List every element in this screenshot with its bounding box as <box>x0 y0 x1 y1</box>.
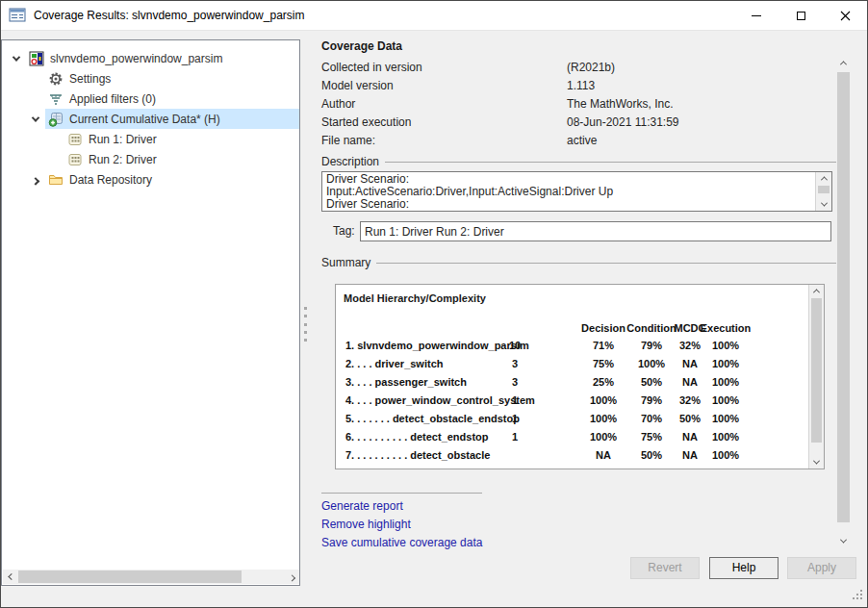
summary-cell-name: 1. slvnvdemo_powerwindow_parsim <box>345 337 529 355</box>
remove-highlight-link[interactable]: Remove highlight <box>321 518 411 531</box>
chevron-down-icon[interactable] <box>7 48 26 68</box>
summary-cell-decision: 100% <box>590 410 617 428</box>
description-text: Driver Scenario: Input:ActiveScenario:Dr… <box>326 173 812 210</box>
minimize-button[interactable] <box>734 1 779 31</box>
summary-table-row: 6. . . . . . . . . . detect_endstop1100%… <box>344 428 796 446</box>
summary-cell-complexity: 3 <box>512 373 518 392</box>
field-value: 08-Jun-2021 11:31:59 <box>567 115 679 129</box>
summary-cell-condition: 79% <box>641 337 662 355</box>
close-button[interactable] <box>823 1 867 31</box>
column-header-decision: Decision <box>581 319 625 338</box>
summary-cell-condition: 50% <box>641 373 662 392</box>
field-file-name: File name: active <box>321 134 822 149</box>
summary-cell-name: 2. . . . driver_switch <box>345 355 444 373</box>
summary-cell-mcdc: NA <box>682 355 698 373</box>
revert-button[interactable]: Revert <box>630 557 700 579</box>
field-label: Started execution <box>321 115 411 129</box>
tree-item-data-repository[interactable]: Data Repository <box>3 169 299 190</box>
scroll-down-arrow-icon[interactable] <box>836 535 851 547</box>
scrollbar-thumb[interactable] <box>837 72 850 522</box>
tree-item-applied-filters[interactable]: Applied filters (0) <box>3 89 299 109</box>
maximize-icon <box>797 12 805 20</box>
scroll-down-arrow-icon[interactable] <box>809 456 824 469</box>
tree-item-model[interactable]: slvnvdemo_powerwindow_parsim <box>3 48 299 68</box>
summary-cell-complexity: 3 <box>512 355 518 373</box>
scroll-up-arrow-icon[interactable] <box>809 285 824 297</box>
help-button[interactable]: Help <box>709 557 779 579</box>
model-icon <box>29 51 44 66</box>
summary-cell-mcdc: 50% <box>679 410 701 428</box>
apply-button[interactable]: Apply <box>787 557 856 579</box>
summary-group-header: Summary <box>321 256 838 269</box>
run-icon <box>67 152 83 167</box>
column-header-execution: Execution <box>701 319 752 338</box>
scrollbar-thumb[interactable] <box>811 298 822 443</box>
summary-cell-decision: 100% <box>590 428 617 446</box>
tag-input[interactable] <box>360 221 831 241</box>
scrollbar-thumb[interactable] <box>18 570 242 583</box>
summary-cell-decision: 71% <box>593 337 614 355</box>
save-cumulative-coverage-link[interactable]: Save cumulative coverage data <box>321 536 482 549</box>
filter-icon <box>48 91 64 107</box>
cumulative-data-icon <box>48 112 64 127</box>
actions-separator-line <box>321 493 482 494</box>
summary-cell-name: 8. . . . . . . validate_driver <box>345 465 468 469</box>
tag-label: Tag: <box>333 224 355 238</box>
app-icon <box>9 8 26 23</box>
summary-cell-mcdc: NA <box>682 446 698 465</box>
summary-cell-complexity: 1 <box>512 392 518 410</box>
summary-table: Model Hierarchy/Complexity Decision Cond… <box>335 284 825 469</box>
minimize-icon <box>752 15 761 16</box>
summary-cell-name: 5. . . . . . . detect_obstacle_endstop <box>345 410 520 428</box>
summary-cell-condition: 100% <box>638 465 665 469</box>
run-icon <box>67 132 83 147</box>
title-bar: Coverage Results: slvnvdemo_powerwindow_… <box>1 1 867 31</box>
summary-table-row: 4. . . . power_window_control_system1100… <box>344 392 796 410</box>
summary-cell-mcdc: 32% <box>679 392 701 410</box>
tree-item-label: Run 1: Driver <box>89 133 157 146</box>
panel-splitter[interactable] <box>302 307 308 342</box>
scroll-left-arrow-icon[interactable] <box>3 570 17 584</box>
scroll-up-arrow-icon[interactable] <box>836 57 851 69</box>
chevron-right-icon[interactable] <box>26 169 45 190</box>
tree-item-run-1[interactable]: Run 1: Driver <box>3 129 299 149</box>
tree-item-label: Applied filters (0) <box>69 92 156 106</box>
results-tree-panel: slvnvdemo_powerwindow_parsim Settings <box>1 39 300 586</box>
scroll-down-arrow-icon[interactable] <box>816 198 831 211</box>
summary-table-header-row: Decision Condition MCDC Execution <box>344 319 796 338</box>
field-value: The MathWorks, Inc. <box>567 97 673 111</box>
summary-table-row: 3. . . . passenger_switch325%50%NA100% <box>344 373 796 392</box>
generate-report-link[interactable]: Generate report <box>321 499 403 513</box>
coverage-data-heading: Coverage Data <box>321 39 402 53</box>
field-started-execution: Started execution 08-Jun-2021 11:31:59 <box>321 115 822 131</box>
folder-icon <box>48 172 64 188</box>
scroll-right-arrow-icon[interactable] <box>285 570 299 584</box>
chevron-down-icon[interactable] <box>26 109 45 129</box>
description-scrollbar[interactable] <box>815 172 831 211</box>
summary-cell-execution: 100% <box>712 373 739 392</box>
summary-table-row: 7. . . . . . . . . . detect_obstacleNA50… <box>344 446 796 465</box>
field-value: (R2021b) <box>567 61 615 74</box>
group-separator-line <box>376 263 838 264</box>
summary-table-scrollbar[interactable] <box>808 285 824 469</box>
scrollbar-thumb[interactable] <box>818 186 830 193</box>
description-group-header: Description <box>321 155 838 168</box>
scroll-up-arrow-icon[interactable] <box>816 172 831 185</box>
tree-item-label: Data Repository <box>69 173 152 187</box>
tree-item-run-2[interactable]: Run 2: Driver <box>3 149 299 169</box>
main-vertical-scrollbar[interactable] <box>836 57 851 547</box>
summary-cell-execution: 100% <box>712 428 739 446</box>
tree-item-settings[interactable]: Settings <box>3 68 299 89</box>
field-collected-in-version: Collected in version (R2021b) <box>321 61 822 76</box>
tree-horizontal-scrollbar[interactable] <box>3 570 299 584</box>
field-value: active <box>567 134 597 147</box>
tree-item-label: Run 2: Driver <box>89 153 157 166</box>
maximize-button[interactable] <box>779 1 823 31</box>
tree-item-current-cumulative-data[interactable]: Current Cumulative Data* (H) <box>3 109 299 129</box>
field-author: Author The MathWorks, Inc. <box>321 97 822 113</box>
description-textarea[interactable]: Driver Scenario: Input:ActiveScenario:Dr… <box>321 171 832 212</box>
summary-cell-condition: 70% <box>641 410 662 428</box>
resize-grip[interactable] <box>852 589 863 603</box>
summary-cell-name: 4. . . . power_window_control_system <box>345 392 535 410</box>
group-separator-line <box>385 162 838 163</box>
